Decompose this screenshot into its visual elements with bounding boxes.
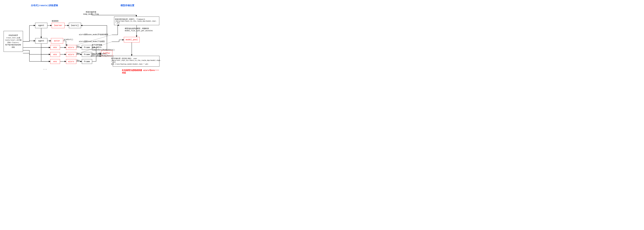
svg-line-13 (76, 35, 112, 45)
env3-box: env (50, 59, 60, 64)
frame3-box: Frame (82, 59, 92, 64)
aisrv2-box: aisrv (66, 52, 76, 57)
dots-label: ... (43, 68, 47, 70)
env2-box: env (50, 52, 60, 57)
local-start-box: 本地启动程序 train_test.py或 tools/start.sh只能 启… (4, 31, 23, 52)
obs3-label: Obs (77, 60, 80, 62)
model-sync-label: 模型池自动同步模型，间隔时间 model_file_sync_per_minut… (125, 27, 153, 32)
load-model-label: aisrv调用load_model下拉模型 (79, 40, 105, 43)
right-section-title: 模型存储位置 (120, 4, 134, 7)
learn-box: learn() (69, 23, 81, 28)
sample-strategy-label: 基于采样策略 采样 Batch SampleData2NumpyData() (92, 44, 114, 51)
actor-box: actor (51, 38, 63, 44)
aisrv1-box: aisrv (66, 45, 76, 50)
env1-box: env (50, 45, 60, 50)
agent-top-box: agent (35, 23, 47, 28)
update-model-label: 更新模型 (52, 20, 58, 22)
user-box: 用户存储位置（宿主机/本机） user /data/user_ckpt_dir/… (113, 56, 160, 67)
agent-mid-box: agent (35, 38, 47, 44)
diagram: 分布式(remote)训练逻辑 模型存储位置 本地启动程序 train_test… (3, 3, 161, 83)
learner-box: learner (52, 23, 64, 28)
auto-save-label: 框架自动存储 dump_model_freq (83, 11, 99, 15)
sample-process-label: sample_process() SampleData2NumpyData() (91, 53, 113, 57)
red-note: 红色高亮为进程或容器 aisrv与env一一对应 (122, 69, 161, 74)
model-pool-box: model_pool (124, 37, 140, 42)
aisrv3-box: aisrv (66, 59, 76, 64)
predict-label: predict() (64, 39, 73, 41)
left-section-title: 分布式(remote)训练逻辑 (31, 4, 58, 7)
obs2-label: Obs (77, 53, 80, 55)
save-model-label: aisrv调用save_model手动保存模型 (79, 33, 108, 36)
framework-box: 框架内部存储位置（容器中） framework /data/ckpt/back_… (114, 17, 159, 25)
obs1-label: Obs (77, 45, 80, 47)
frame1-box: Frame (82, 45, 92, 50)
